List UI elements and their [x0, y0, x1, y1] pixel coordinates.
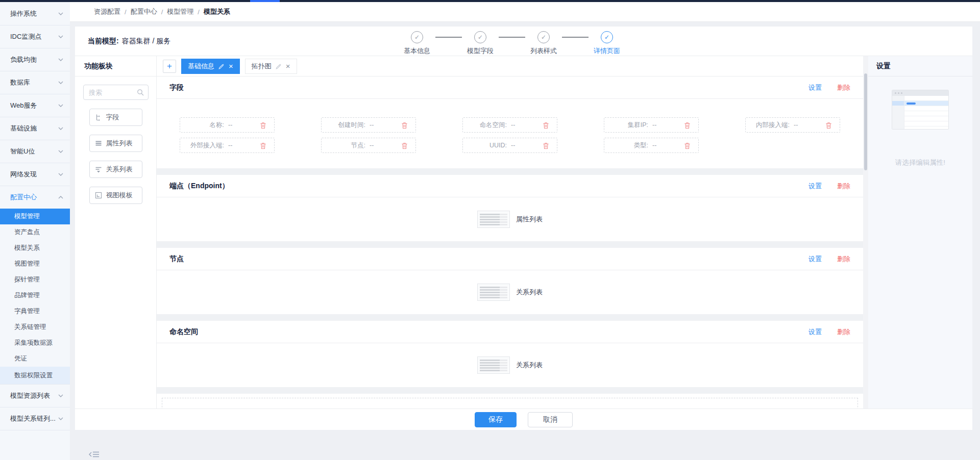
sidebar-group-item[interactable]: 网络发现 — [0, 163, 70, 186]
tab-item[interactable]: 拓扑图× — [245, 59, 297, 74]
breadcrumb: 资源配置/配置中心/模型管理/模型关系 — [70, 2, 980, 22]
delete-icon[interactable] — [401, 142, 408, 149]
field-chip[interactable]: 名称:-- — [180, 117, 275, 133]
sidebar-group-item[interactable]: 模型资源列表 — [0, 384, 70, 407]
sidebar-sub-item[interactable]: 采集项数据源 — [0, 335, 70, 351]
sidebar-group-item[interactable]: 智能U位 — [0, 140, 70, 163]
field-chip[interactable]: 集群IP:-- — [604, 117, 699, 133]
stepper-step[interactable]: ✓详情页面 — [593, 31, 621, 56]
sidebar-group-item[interactable]: 操作系统 — [0, 2, 70, 25]
sidebar-group-item[interactable]: Web服务 — [0, 94, 70, 117]
placeholder-label: 关系列表 — [516, 361, 543, 370]
list-placeholder-icon — [477, 211, 510, 228]
sidebar-sub-item[interactable]: 关系链管理 — [0, 319, 70, 335]
breadcrumb-item[interactable]: 配置中心 — [131, 7, 157, 16]
sidebar-group-item[interactable]: 数据库 — [0, 71, 70, 94]
section-settings-link[interactable]: 设置 — [808, 83, 822, 92]
delete-icon[interactable] — [684, 122, 691, 129]
function-panel-item[interactable]: 视图模板 — [89, 187, 142, 204]
section-settings-link[interactable]: 设置 — [808, 254, 822, 264]
delete-icon[interactable] — [543, 122, 549, 129]
section-body: 关系列表 — [157, 270, 863, 314]
tab-label: 基础信息 — [188, 62, 214, 71]
breadcrumb-item[interactable]: 模型管理 — [167, 7, 193, 16]
function-panel-item[interactable]: 关系列表 — [89, 161, 142, 178]
field-label: 节点: — [322, 141, 365, 150]
collapse-sidebar-button[interactable] — [88, 451, 100, 458]
field-chip[interactable]: 节点:-- — [321, 138, 416, 153]
sidebar-sub-item[interactable]: 品牌管理 — [0, 288, 70, 303]
sidebar-menu: 操作系统IDC监测点负载均衡数据库Web服务基础设施智能U位网络发现配置中心模型… — [0, 2, 70, 460]
save-button[interactable]: 保存 — [475, 412, 517, 427]
field-chip[interactable]: 创建时间:-- — [321, 117, 416, 133]
field-chip[interactable]: 内部接入端:-- — [745, 117, 840, 133]
settings-empty-hint: 请选择编辑属性! — [868, 158, 972, 167]
stepper-step-label: 详情页面 — [594, 46, 620, 56]
close-icon[interactable]: × — [286, 62, 290, 70]
vertical-scrollbar[interactable] — [863, 56, 868, 408]
chevron-down-icon — [58, 127, 63, 130]
delete-icon[interactable] — [543, 142, 549, 149]
field-value: -- — [370, 121, 374, 129]
sidebar-group-item[interactable]: 配置中心 — [0, 186, 70, 209]
edit-icon[interactable] — [218, 63, 225, 69]
field-chip[interactable]: 类型:-- — [604, 138, 699, 153]
sidebar-sub-item[interactable]: 视图管理 — [0, 256, 70, 272]
content-area: +基础信息×拓扑图× 字段设置删除名称:--创建时间:--命名空间:--集群IP… — [157, 56, 863, 408]
scrollbar-thumb[interactable] — [864, 73, 867, 170]
delete-icon[interactable] — [401, 122, 408, 129]
breadcrumb-separator: / — [198, 8, 200, 16]
field-chip[interactable]: 外部接入端:-- — [180, 138, 275, 153]
breadcrumb-item[interactable]: 模型关系 — [204, 7, 230, 16]
sidebar-sub-item[interactable]: 数据权限设置 — [0, 367, 70, 384]
tab-label: 拓扑图 — [252, 62, 272, 71]
stepper-step[interactable]: ✓基本信息 — [403, 31, 431, 56]
breadcrumb-item[interactable]: 资源配置 — [94, 7, 120, 16]
section-settings-link[interactable]: 设置 — [808, 182, 822, 191]
section-delete-link[interactable]: 删除 — [837, 182, 850, 191]
tabbar: +基础信息×拓扑图× — [157, 56, 863, 76]
stepper-step-label: 模型字段 — [467, 46, 494, 56]
add-tab-button[interactable]: + — [163, 60, 176, 73]
section-delete-link[interactable]: 删除 — [837, 327, 850, 337]
tab-item[interactable]: 基础信息× — [181, 59, 240, 74]
delete-icon[interactable] — [260, 142, 266, 149]
section-actions: 设置删除 — [808, 182, 850, 191]
placeholder-label: 属性列表 — [516, 215, 543, 224]
function-panel-item[interactable]: 属性列表 — [89, 135, 142, 152]
sidebar-sub-item[interactable]: 字典管理 — [0, 303, 70, 319]
field-chip[interactable]: 命名空间:-- — [462, 117, 557, 133]
chevron-down-icon — [58, 12, 63, 15]
delete-icon[interactable] — [684, 142, 691, 149]
close-icon[interactable]: × — [229, 62, 233, 70]
stepper-step[interactable]: ✓列表样式 — [529, 31, 558, 56]
stepper-step[interactable]: ✓模型字段 — [466, 31, 495, 56]
edit-icon[interactable] — [276, 63, 282, 69]
section-partial — [157, 394, 863, 408]
sidebar-sub-item[interactable]: 探针管理 — [0, 272, 70, 288]
sidebar-sub-item[interactable]: 模型关系 — [0, 240, 70, 256]
sidebar-group-item[interactable]: 模型关系链列... — [0, 407, 70, 430]
placeholder-widget[interactable]: 关系列表 — [477, 284, 543, 301]
placeholder-widget[interactable]: 关系列表 — [477, 356, 543, 374]
sidebar-group-item[interactable]: 基础设施 — [0, 117, 70, 140]
sidebar-sub-item[interactable]: 资产盘点 — [0, 224, 70, 240]
function-panel: 功能板块 字段属性列表关系列表视图模板 — [75, 56, 157, 408]
sidebar-sub-item[interactable]: 凭证 — [0, 351, 70, 367]
sidebar-group-item[interactable]: 负载均衡 — [0, 48, 70, 71]
chevron-up-icon — [58, 196, 63, 199]
field-chip[interactable]: UUID:-- — [462, 138, 557, 153]
section-settings-link[interactable]: 设置 — [808, 327, 822, 337]
sidebar-group-item[interactable]: IDC监测点 — [0, 25, 70, 48]
placeholder-widget[interactable]: 属性列表 — [477, 211, 543, 228]
section-delete-link[interactable]: 删除 — [837, 254, 850, 264]
sidebar-sub-item[interactable]: 模型管理 — [0, 209, 70, 224]
delete-icon[interactable] — [260, 122, 266, 129]
cancel-button[interactable]: 取消 — [528, 412, 573, 427]
chevron-down-icon — [58, 150, 63, 153]
function-panel-item[interactable]: 字段 — [89, 109, 142, 126]
field-label: 创建时间: — [322, 121, 365, 130]
field-value: -- — [511, 142, 515, 149]
section-delete-link[interactable]: 删除 — [837, 83, 850, 92]
delete-icon[interactable] — [825, 122, 832, 129]
